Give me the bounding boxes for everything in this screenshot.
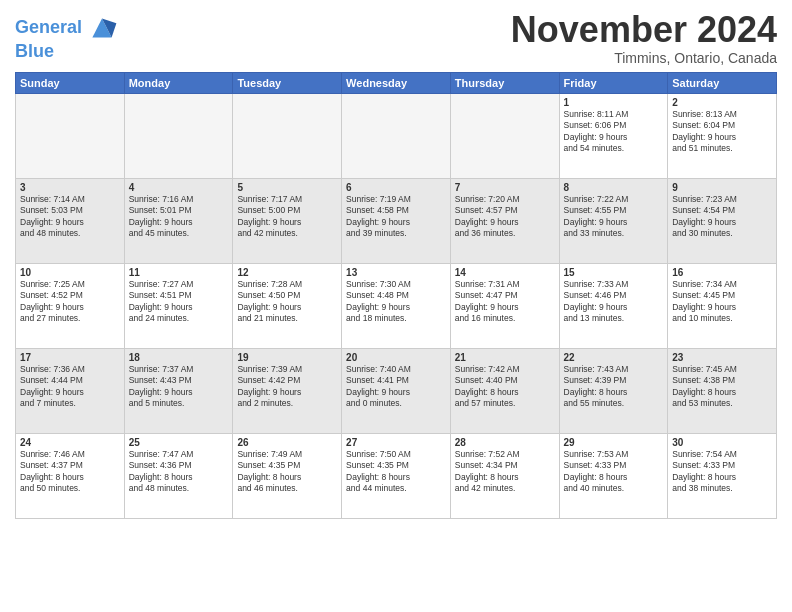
- col-header-monday: Monday: [124, 72, 233, 93]
- day-number: 23: [672, 352, 772, 363]
- calendar-cell: 20Sunrise: 7:40 AM Sunset: 4:41 PM Dayli…: [342, 348, 451, 433]
- calendar-cell: 1Sunrise: 8:11 AM Sunset: 6:06 PM Daylig…: [559, 93, 668, 178]
- calendar-cell: 13Sunrise: 7:30 AM Sunset: 4:48 PM Dayli…: [342, 263, 451, 348]
- day-info: Sunrise: 8:11 AM Sunset: 6:06 PM Dayligh…: [564, 109, 664, 155]
- day-info: Sunrise: 7:53 AM Sunset: 4:33 PM Dayligh…: [564, 449, 664, 495]
- calendar-cell: 6Sunrise: 7:19 AM Sunset: 4:58 PM Daylig…: [342, 178, 451, 263]
- day-number: 25: [129, 437, 229, 448]
- day-number: 16: [672, 267, 772, 278]
- calendar-cell: 18Sunrise: 7:37 AM Sunset: 4:43 PM Dayli…: [124, 348, 233, 433]
- day-info: Sunrise: 7:23 AM Sunset: 4:54 PM Dayligh…: [672, 194, 772, 240]
- day-info: Sunrise: 7:28 AM Sunset: 4:50 PM Dayligh…: [237, 279, 337, 325]
- day-info: Sunrise: 7:31 AM Sunset: 4:47 PM Dayligh…: [455, 279, 555, 325]
- calendar-cell: 4Sunrise: 7:16 AM Sunset: 5:01 PM Daylig…: [124, 178, 233, 263]
- day-info: Sunrise: 7:16 AM Sunset: 5:01 PM Dayligh…: [129, 194, 229, 240]
- calendar-cell: 11Sunrise: 7:27 AM Sunset: 4:51 PM Dayli…: [124, 263, 233, 348]
- calendar-cell: 12Sunrise: 7:28 AM Sunset: 4:50 PM Dayli…: [233, 263, 342, 348]
- day-number: 12: [237, 267, 337, 278]
- day-info: Sunrise: 7:34 AM Sunset: 4:45 PM Dayligh…: [672, 279, 772, 325]
- page-container: General Blue November 2024 Timmins, Onta…: [0, 0, 792, 529]
- calendar-cell: 24Sunrise: 7:46 AM Sunset: 4:37 PM Dayli…: [16, 433, 125, 518]
- calendar-cell: 14Sunrise: 7:31 AM Sunset: 4:47 PM Dayli…: [450, 263, 559, 348]
- calendar-cell: 21Sunrise: 7:42 AM Sunset: 4:40 PM Dayli…: [450, 348, 559, 433]
- title-block: November 2024 Timmins, Ontario, Canada: [511, 10, 777, 66]
- calendar-cell: [16, 93, 125, 178]
- day-number: 14: [455, 267, 555, 278]
- calendar-cell: [124, 93, 233, 178]
- day-info: Sunrise: 7:46 AM Sunset: 4:37 PM Dayligh…: [20, 449, 120, 495]
- day-number: 21: [455, 352, 555, 363]
- day-number: 24: [20, 437, 120, 448]
- day-info: Sunrise: 7:43 AM Sunset: 4:39 PM Dayligh…: [564, 364, 664, 410]
- day-number: 3: [20, 182, 120, 193]
- day-info: Sunrise: 7:37 AM Sunset: 4:43 PM Dayligh…: [129, 364, 229, 410]
- day-info: Sunrise: 7:36 AM Sunset: 4:44 PM Dayligh…: [20, 364, 120, 410]
- day-number: 26: [237, 437, 337, 448]
- calendar-week-3: 10Sunrise: 7:25 AM Sunset: 4:52 PM Dayli…: [16, 263, 777, 348]
- day-info: Sunrise: 7:33 AM Sunset: 4:46 PM Dayligh…: [564, 279, 664, 325]
- month-title: November 2024: [511, 10, 777, 50]
- day-info: Sunrise: 7:25 AM Sunset: 4:52 PM Dayligh…: [20, 279, 120, 325]
- day-info: Sunrise: 7:19 AM Sunset: 4:58 PM Dayligh…: [346, 194, 446, 240]
- logo-text: General: [15, 18, 82, 38]
- calendar-cell: 10Sunrise: 7:25 AM Sunset: 4:52 PM Dayli…: [16, 263, 125, 348]
- day-info: Sunrise: 7:14 AM Sunset: 5:03 PM Dayligh…: [20, 194, 120, 240]
- calendar-cell: 30Sunrise: 7:54 AM Sunset: 4:33 PM Dayli…: [668, 433, 777, 518]
- day-info: Sunrise: 7:30 AM Sunset: 4:48 PM Dayligh…: [346, 279, 446, 325]
- day-info: Sunrise: 7:40 AM Sunset: 4:41 PM Dayligh…: [346, 364, 446, 410]
- header: General Blue November 2024 Timmins, Onta…: [15, 10, 777, 66]
- day-number: 18: [129, 352, 229, 363]
- calendar-table: SundayMondayTuesdayWednesdayThursdayFrid…: [15, 72, 777, 519]
- day-info: Sunrise: 8:13 AM Sunset: 6:04 PM Dayligh…: [672, 109, 772, 155]
- day-info: Sunrise: 7:52 AM Sunset: 4:34 PM Dayligh…: [455, 449, 555, 495]
- calendar-cell: 7Sunrise: 7:20 AM Sunset: 4:57 PM Daylig…: [450, 178, 559, 263]
- location: Timmins, Ontario, Canada: [511, 50, 777, 66]
- calendar-cell: 8Sunrise: 7:22 AM Sunset: 4:55 PM Daylig…: [559, 178, 668, 263]
- calendar-cell: [233, 93, 342, 178]
- day-number: 1: [564, 97, 664, 108]
- day-number: 11: [129, 267, 229, 278]
- day-info: Sunrise: 7:27 AM Sunset: 4:51 PM Dayligh…: [129, 279, 229, 325]
- calendar-cell: [342, 93, 451, 178]
- calendar-cell: 5Sunrise: 7:17 AM Sunset: 5:00 PM Daylig…: [233, 178, 342, 263]
- calendar-cell: 27Sunrise: 7:50 AM Sunset: 4:35 PM Dayli…: [342, 433, 451, 518]
- day-number: 27: [346, 437, 446, 448]
- day-number: 17: [20, 352, 120, 363]
- day-info: Sunrise: 7:45 AM Sunset: 4:38 PM Dayligh…: [672, 364, 772, 410]
- calendar-cell: 29Sunrise: 7:53 AM Sunset: 4:33 PM Dayli…: [559, 433, 668, 518]
- col-header-tuesday: Tuesday: [233, 72, 342, 93]
- calendar-week-5: 24Sunrise: 7:46 AM Sunset: 4:37 PM Dayli…: [16, 433, 777, 518]
- day-number: 2: [672, 97, 772, 108]
- logo-icon: [86, 14, 118, 42]
- calendar-week-4: 17Sunrise: 7:36 AM Sunset: 4:44 PM Dayli…: [16, 348, 777, 433]
- col-header-thursday: Thursday: [450, 72, 559, 93]
- calendar-cell: 26Sunrise: 7:49 AM Sunset: 4:35 PM Dayli…: [233, 433, 342, 518]
- day-info: Sunrise: 7:22 AM Sunset: 4:55 PM Dayligh…: [564, 194, 664, 240]
- col-header-friday: Friday: [559, 72, 668, 93]
- day-info: Sunrise: 7:54 AM Sunset: 4:33 PM Dayligh…: [672, 449, 772, 495]
- day-number: 20: [346, 352, 446, 363]
- calendar-week-1: 1Sunrise: 8:11 AM Sunset: 6:06 PM Daylig…: [16, 93, 777, 178]
- col-header-sunday: Sunday: [16, 72, 125, 93]
- calendar-cell: [450, 93, 559, 178]
- calendar-cell: 16Sunrise: 7:34 AM Sunset: 4:45 PM Dayli…: [668, 263, 777, 348]
- calendar-cell: 17Sunrise: 7:36 AM Sunset: 4:44 PM Dayli…: [16, 348, 125, 433]
- day-info: Sunrise: 7:50 AM Sunset: 4:35 PM Dayligh…: [346, 449, 446, 495]
- day-number: 13: [346, 267, 446, 278]
- day-info: Sunrise: 7:39 AM Sunset: 4:42 PM Dayligh…: [237, 364, 337, 410]
- calendar-cell: 19Sunrise: 7:39 AM Sunset: 4:42 PM Dayli…: [233, 348, 342, 433]
- col-header-saturday: Saturday: [668, 72, 777, 93]
- day-number: 9: [672, 182, 772, 193]
- col-header-wednesday: Wednesday: [342, 72, 451, 93]
- calendar-cell: 15Sunrise: 7:33 AM Sunset: 4:46 PM Dayli…: [559, 263, 668, 348]
- day-number: 22: [564, 352, 664, 363]
- calendar-header-row: SundayMondayTuesdayWednesdayThursdayFrid…: [16, 72, 777, 93]
- day-info: Sunrise: 7:17 AM Sunset: 5:00 PM Dayligh…: [237, 194, 337, 240]
- day-number: 29: [564, 437, 664, 448]
- day-info: Sunrise: 7:47 AM Sunset: 4:36 PM Dayligh…: [129, 449, 229, 495]
- calendar-cell: 9Sunrise: 7:23 AM Sunset: 4:54 PM Daylig…: [668, 178, 777, 263]
- logo: General Blue: [15, 14, 118, 62]
- day-info: Sunrise: 7:42 AM Sunset: 4:40 PM Dayligh…: [455, 364, 555, 410]
- day-number: 30: [672, 437, 772, 448]
- day-number: 7: [455, 182, 555, 193]
